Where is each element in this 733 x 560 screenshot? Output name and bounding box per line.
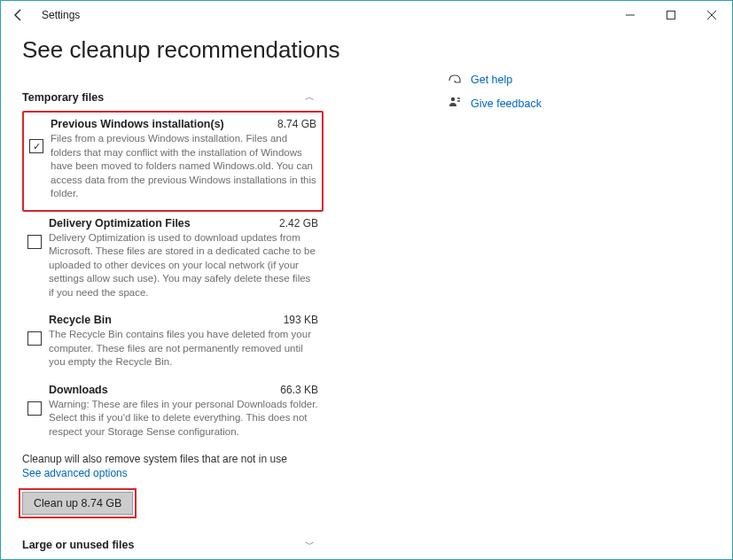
- feedback-icon: [448, 96, 462, 111]
- temporary-files-items: Previous Windows installation(s) 8.74 GB…: [22, 111, 412, 447]
- see-advanced-options-link[interactable]: See advanced options: [22, 467, 128, 479]
- section-large-unused-files[interactable]: Large or unused files ﹀: [22, 529, 315, 560]
- checkbox-delivery-optimization[interactable]: [27, 235, 42, 249]
- checkbox-previous-windows[interactable]: [29, 139, 43, 153]
- item-title: Previous Windows installation(s): [51, 118, 224, 130]
- link-label: Get help: [471, 74, 512, 86]
- cleanup-item-delivery-optimization: Delivery Optimization Files 2.42 GB Deli…: [22, 212, 324, 309]
- item-desc: Warning: These are files in your persona…: [49, 398, 318, 439]
- give-feedback-link[interactable]: Give feedback: [448, 96, 711, 111]
- chevron-down-icon: ﹀: [305, 538, 315, 551]
- close-button[interactable]: [691, 1, 732, 29]
- main-content: See cleanup recommendations Temporary fi…: [22, 33, 412, 560]
- clean-up-button[interactable]: Clean up 8.74 GB: [22, 492, 133, 515]
- window-title: Settings: [42, 9, 80, 21]
- chevron-up-icon: ︿: [305, 90, 315, 104]
- item-title: Downloads: [49, 384, 108, 396]
- minimize-button[interactable]: [610, 1, 651, 29]
- cleanup-note: Cleanup will also remove system files th…: [22, 453, 412, 465]
- item-size: 8.74 GB: [277, 118, 316, 130]
- window-controls: [610, 1, 732, 29]
- svg-point-4: [451, 97, 455, 101]
- item-size: 66.3 KB: [280, 384, 318, 396]
- link-label: Give feedback: [471, 97, 542, 110]
- page-title: See cleanup recommendations: [22, 36, 412, 64]
- item-title: Delivery Optimization Files: [49, 217, 191, 229]
- back-button[interactable]: [8, 4, 29, 26]
- item-size: 193 KB: [284, 314, 318, 326]
- item-size: 2.42 GB: [279, 217, 318, 229]
- checkbox-downloads[interactable]: [27, 401, 42, 416]
- cleanup-item-previous-windows: Previous Windows installation(s) 8.74 GB…: [22, 111, 324, 212]
- get-help-link[interactable]: Get help: [448, 72, 711, 87]
- section-label: Temporary files: [22, 91, 104, 104]
- section-temporary-files[interactable]: Temporary files ︿: [22, 82, 315, 113]
- help-icon: [448, 72, 462, 87]
- cleanup-item-recycle-bin: Recycle Bin 193 KB The Recycle Bin conta…: [22, 308, 324, 378]
- item-desc: Delivery Optimization is used to downloa…: [49, 231, 318, 300]
- side-panel: Get help Give feedback: [448, 72, 711, 560]
- item-desc: Files from a previous Windows installati…: [51, 132, 316, 201]
- cleanup-item-downloads: Downloads 66.3 KB Warning: These are fil…: [22, 378, 324, 448]
- svg-rect-1: [667, 12, 675, 19]
- item-desc: The Recycle Bin contains files you have …: [49, 328, 318, 369]
- section-label: Large or unused files: [22, 539, 134, 551]
- item-title: Recycle Bin: [49, 314, 112, 326]
- checkbox-recycle-bin[interactable]: [27, 331, 42, 346]
- maximize-button[interactable]: [651, 1, 691, 29]
